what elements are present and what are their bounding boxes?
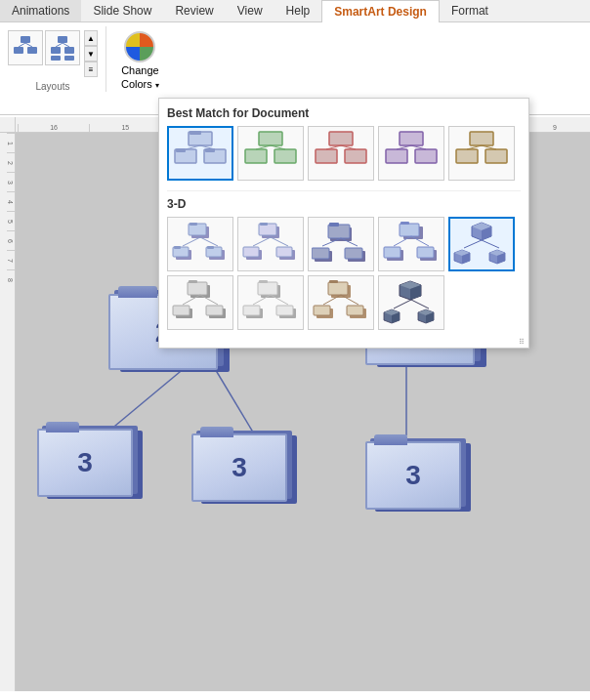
color-styles-dropdown: Best Match for Document xyxy=(158,98,529,349)
svg-rect-13 xyxy=(190,131,201,135)
3d-grid xyxy=(167,217,521,330)
svg-rect-99 xyxy=(258,282,277,295)
svg-rect-53 xyxy=(260,223,268,226)
svg-rect-93 xyxy=(173,306,190,315)
best-match-thumb-4[interactable] xyxy=(378,126,444,181)
best-match-thumb-2[interactable] xyxy=(237,126,304,181)
tab-slideshow[interactable]: Slide Show xyxy=(81,0,163,21)
node-level3a[interactable]: 3 xyxy=(37,421,145,501)
svg-rect-5 xyxy=(58,36,67,43)
tab-help[interactable]: Help xyxy=(274,0,322,21)
resize-handle[interactable]: ⠿ xyxy=(519,338,527,346)
node-label-3b: 3 xyxy=(232,452,247,483)
3d-thumb-7[interactable] xyxy=(237,275,304,330)
change-colors-label2: Colors ▾ xyxy=(121,78,159,90)
svg-line-59 xyxy=(271,237,288,246)
3d-thumb-8[interactable] xyxy=(308,275,374,330)
ruler-mark-v: 3 xyxy=(7,172,15,191)
layout-thumb-2[interactable] xyxy=(45,30,80,65)
svg-rect-100 xyxy=(259,280,268,283)
ruler-mark-v: 8 xyxy=(7,269,15,289)
svg-rect-27 xyxy=(345,149,366,163)
scroll-up-button[interactable]: ▲ xyxy=(84,30,98,46)
3d-thumb-3[interactable] xyxy=(308,217,374,271)
node-label-3a: 3 xyxy=(77,447,93,478)
best-match-thumb-5[interactable] xyxy=(448,126,515,181)
tab-format[interactable]: Format xyxy=(440,0,500,21)
svg-rect-62 xyxy=(329,223,339,226)
svg-rect-57 xyxy=(276,247,292,257)
3d-thumb-6[interactable] xyxy=(167,275,233,330)
svg-line-88 xyxy=(482,240,499,248)
tab-animations[interactable]: Animations xyxy=(0,0,81,21)
color-palette-icon xyxy=(124,31,155,62)
change-colors-button[interactable]: Change Colors ▾ xyxy=(114,26,166,95)
node-level3c[interactable]: 3 xyxy=(365,433,473,514)
svg-rect-7 xyxy=(64,47,74,54)
3d-section-title: 3-D xyxy=(167,197,521,211)
svg-rect-30 xyxy=(400,132,423,145)
best-match-thumb-1[interactable] xyxy=(167,126,233,181)
ribbon-tab-bar: Animations Slide Show Review View Help S… xyxy=(0,0,590,21)
best-match-title: Best Match for Document xyxy=(167,106,521,120)
node-level3b[interactable]: 3 xyxy=(191,426,299,506)
svg-rect-109 xyxy=(329,280,338,283)
svg-line-4 xyxy=(25,43,32,47)
svg-line-87 xyxy=(464,240,482,248)
svg-line-58 xyxy=(253,237,271,246)
svg-rect-26 xyxy=(316,149,337,163)
svg-line-126 xyxy=(411,300,429,309)
svg-rect-21 xyxy=(245,149,267,163)
svg-rect-90 xyxy=(188,282,207,295)
svg-rect-45 xyxy=(174,246,181,249)
svg-line-76 xyxy=(394,236,411,246)
svg-rect-95 xyxy=(206,306,223,315)
svg-line-11 xyxy=(63,43,69,47)
svg-rect-0 xyxy=(21,36,30,43)
svg-rect-37 xyxy=(485,149,507,163)
svg-rect-104 xyxy=(276,306,293,315)
svg-rect-1 xyxy=(14,47,23,54)
svg-rect-55 xyxy=(243,247,259,257)
svg-rect-70 xyxy=(400,224,419,236)
svg-line-125 xyxy=(394,300,411,309)
svg-rect-2 xyxy=(27,47,37,54)
ruler-mark-v: 5 xyxy=(7,211,15,230)
svg-line-49 xyxy=(183,237,200,246)
tab-view[interactable]: View xyxy=(226,0,274,21)
ruler-mark: 16 xyxy=(18,124,89,132)
layouts-label: Layouts xyxy=(35,81,69,92)
scroll-expand-button[interactable]: ≡ xyxy=(84,62,98,77)
svg-line-10 xyxy=(56,43,63,47)
3d-thumb-2[interactable] xyxy=(237,217,304,271)
ruler-mark-v: 1 xyxy=(7,133,15,152)
svg-rect-25 xyxy=(329,132,353,145)
svg-line-50 xyxy=(200,237,218,246)
svg-rect-8 xyxy=(51,56,61,61)
3d-thumb-1[interactable] xyxy=(167,217,233,271)
layouts-group: ▲ ▼ ≡ Layouts xyxy=(8,26,106,92)
scroll-down-button[interactable]: ▼ xyxy=(84,46,98,62)
svg-rect-108 xyxy=(328,282,348,295)
svg-rect-64 xyxy=(312,248,329,259)
svg-rect-42 xyxy=(190,223,197,226)
change-colors-label: Change xyxy=(121,64,159,76)
3d-thumb-9[interactable] xyxy=(378,275,444,330)
svg-line-130 xyxy=(211,362,255,435)
layout-scroll-buttons: ▲ ▼ ≡ xyxy=(84,30,98,77)
3d-thumb-5[interactable] xyxy=(448,217,515,271)
layout-thumb-1[interactable] xyxy=(8,30,43,65)
svg-rect-75 xyxy=(417,247,434,258)
svg-rect-36 xyxy=(456,149,478,163)
svg-rect-32 xyxy=(415,149,437,163)
ruler-corner xyxy=(0,117,16,133)
best-match-thumb-3[interactable] xyxy=(308,126,374,181)
tab-smartart-design[interactable]: SmartArt Design xyxy=(321,0,440,22)
svg-rect-35 xyxy=(470,132,493,145)
ruler-mark-v: 2 xyxy=(7,152,15,172)
svg-line-3 xyxy=(19,43,25,47)
3d-thumb-4[interactable] xyxy=(378,217,444,271)
ruler-vertical: 1 2 3 4 5 6 7 8 xyxy=(0,133,16,691)
tab-review[interactable]: Review xyxy=(163,0,225,21)
ruler-mark-v: 6 xyxy=(7,230,15,250)
